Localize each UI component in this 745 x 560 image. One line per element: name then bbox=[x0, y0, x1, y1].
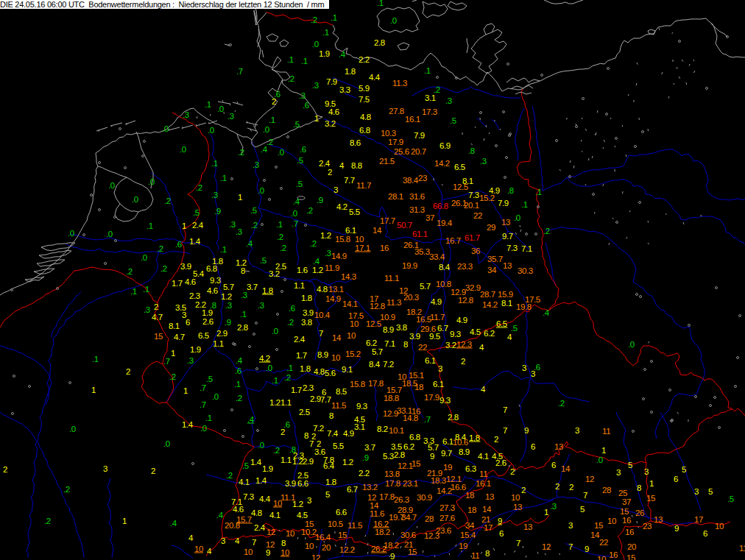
svg-text:61.1: 61.1 bbox=[412, 230, 428, 238]
svg-text:15: 15 bbox=[408, 547, 417, 556]
svg-text:2: 2 bbox=[461, 357, 465, 366]
svg-text:10: 10 bbox=[286, 529, 294, 538]
svg-text:16: 16 bbox=[380, 244, 389, 252]
svg-text:.3: .3 bbox=[236, 227, 242, 236]
svg-text:1.9: 1.9 bbox=[190, 345, 201, 354]
svg-text:4: 4 bbox=[235, 536, 240, 545]
svg-text:2.3: 2.3 bbox=[293, 451, 304, 460]
svg-text:1.2: 1.2 bbox=[221, 292, 232, 301]
svg-text:1: 1 bbox=[122, 517, 127, 525]
svg-text:32.9: 32.9 bbox=[465, 283, 481, 292]
svg-text:23: 23 bbox=[418, 174, 427, 182]
svg-text:12.1: 12.1 bbox=[398, 461, 413, 470]
svg-text:17.8: 17.8 bbox=[379, 492, 395, 501]
svg-text:.5: .5 bbox=[260, 256, 266, 265]
svg-text:20: 20 bbox=[627, 542, 636, 551]
svg-text:12.9: 12.9 bbox=[383, 409, 398, 418]
svg-text:.1: .1 bbox=[272, 376, 278, 385]
svg-text:8: 8 bbox=[329, 411, 333, 420]
svg-text:33.4: 33.4 bbox=[429, 252, 445, 261]
svg-text:4.6: 4.6 bbox=[207, 286, 218, 295]
svg-text:5.3: 5.3 bbox=[383, 452, 394, 461]
svg-text:.0: .0 bbox=[390, 16, 397, 25]
svg-text:.2: .2 bbox=[284, 373, 291, 382]
svg-text:22: 22 bbox=[599, 538, 608, 547]
svg-text:10.4: 10.4 bbox=[314, 311, 331, 319]
svg-text:4.1: 4.1 bbox=[239, 478, 250, 486]
svg-text:15.2: 15.2 bbox=[479, 194, 495, 202]
svg-text:.2: .2 bbox=[266, 138, 273, 146]
svg-text:12.5: 12.5 bbox=[453, 182, 468, 191]
svg-text:.2: .2 bbox=[311, 15, 317, 24]
svg-text:1.1: 1.1 bbox=[294, 281, 305, 290]
svg-text:10.9: 10.9 bbox=[380, 313, 395, 322]
svg-text:23.3: 23.3 bbox=[457, 262, 473, 271]
svg-text:.0: .0 bbox=[200, 424, 207, 433]
svg-text:12: 12 bbox=[311, 553, 320, 560]
svg-text:10: 10 bbox=[607, 517, 616, 525]
svg-text:6: 6 bbox=[674, 475, 678, 483]
svg-text:17.8: 17.8 bbox=[385, 479, 400, 488]
svg-text:10: 10 bbox=[347, 331, 356, 340]
svg-text:3.6: 3.6 bbox=[314, 447, 325, 456]
svg-text:6.7: 6.7 bbox=[347, 485, 358, 494]
svg-text:3: 3 bbox=[307, 496, 311, 505]
svg-text:.9: .9 bbox=[362, 453, 369, 462]
svg-text:4.9: 4.9 bbox=[431, 297, 442, 306]
svg-text:17.9: 17.9 bbox=[424, 393, 439, 402]
svg-text:6: 6 bbox=[531, 442, 535, 451]
svg-text:19: 19 bbox=[459, 542, 467, 550]
svg-text:2: 2 bbox=[555, 482, 559, 491]
svg-text:5.7: 5.7 bbox=[420, 282, 431, 291]
svg-text:1.9: 1.9 bbox=[202, 308, 213, 317]
svg-text:.1: .1 bbox=[146, 221, 153, 230]
svg-text:6.5: 6.5 bbox=[454, 163, 465, 171]
svg-text:.3: .3 bbox=[187, 356, 194, 365]
svg-text:4: 4 bbox=[207, 547, 212, 556]
svg-text:6.6: 6.6 bbox=[297, 479, 308, 488]
svg-text:.0: .0 bbox=[258, 186, 264, 195]
svg-text:.5: .5 bbox=[297, 156, 303, 165]
svg-text:.6: .6 bbox=[235, 366, 241, 375]
svg-text:3.7: 3.7 bbox=[247, 283, 258, 291]
svg-text:1.6: 1.6 bbox=[297, 266, 308, 274]
svg-text:.1: .1 bbox=[92, 355, 99, 364]
svg-text:.5: .5 bbox=[511, 324, 518, 333]
svg-text:6: 6 bbox=[551, 461, 556, 469]
svg-text:6: 6 bbox=[186, 318, 190, 327]
svg-text:8.9: 8.9 bbox=[459, 447, 470, 456]
svg-text:9.7: 9.7 bbox=[502, 232, 513, 241]
svg-text:.0: .0 bbox=[180, 145, 186, 154]
svg-text:18.3: 18.3 bbox=[431, 476, 446, 485]
svg-text:.1: .1 bbox=[301, 57, 308, 65]
svg-text:.5: .5 bbox=[193, 208, 200, 217]
svg-text:28.1: 28.1 bbox=[388, 192, 403, 201]
svg-text:30.3: 30.3 bbox=[518, 266, 533, 275]
svg-text:6.1: 6.1 bbox=[425, 356, 436, 365]
svg-text:.6: .6 bbox=[289, 304, 295, 313]
svg-text:14.9: 14.9 bbox=[325, 294, 341, 303]
svg-text:3.8: 3.8 bbox=[396, 323, 407, 332]
svg-text:15: 15 bbox=[620, 507, 629, 516]
svg-text:.6: .6 bbox=[175, 240, 182, 249]
svg-text:8.4: 8.4 bbox=[369, 360, 381, 369]
svg-text:3: 3 bbox=[644, 467, 649, 476]
svg-text:8.1: 8.1 bbox=[169, 322, 180, 330]
svg-text:17.3: 17.3 bbox=[422, 107, 437, 116]
svg-text:8.8: 8.8 bbox=[351, 161, 362, 170]
svg-text:25.6: 25.6 bbox=[394, 147, 409, 156]
svg-text:31.6: 31.6 bbox=[409, 192, 425, 201]
svg-text:10: 10 bbox=[273, 499, 282, 508]
svg-text:18: 18 bbox=[467, 506, 476, 514]
svg-text:5.7: 5.7 bbox=[372, 347, 383, 356]
svg-text:2: 2 bbox=[126, 367, 130, 376]
svg-text:.0: .0 bbox=[141, 253, 147, 262]
svg-text:.3: .3 bbox=[241, 291, 247, 300]
svg-text:7.3: 7.3 bbox=[506, 244, 518, 252]
svg-text:8: 8 bbox=[304, 431, 308, 440]
svg-text:5.5: 5.5 bbox=[333, 442, 344, 450]
svg-text:2.2: 2.2 bbox=[359, 469, 370, 478]
svg-text:4.8: 4.8 bbox=[251, 508, 262, 517]
svg-text:4.6: 4.6 bbox=[185, 277, 196, 286]
svg-text:2.9: 2.9 bbox=[310, 394, 321, 403]
